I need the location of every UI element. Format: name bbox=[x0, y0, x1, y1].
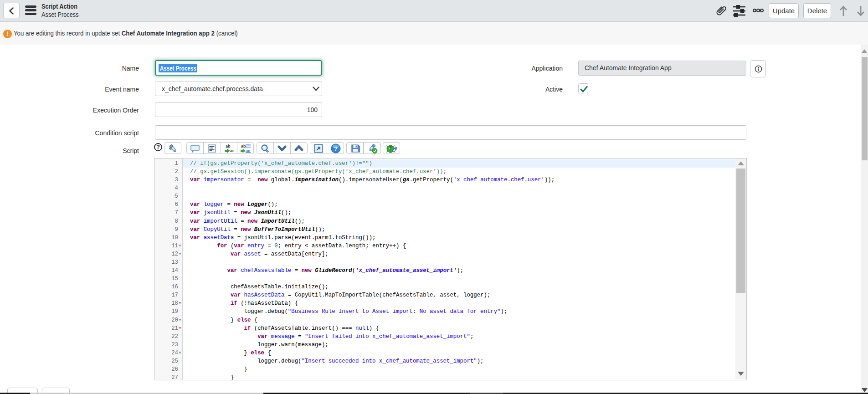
svg-text:ac: ac bbox=[230, 148, 234, 153]
svg-text:?: ? bbox=[334, 145, 338, 152]
svg-text:ab: ab bbox=[241, 144, 246, 148]
svg-text:ab: ab bbox=[226, 144, 231, 148]
